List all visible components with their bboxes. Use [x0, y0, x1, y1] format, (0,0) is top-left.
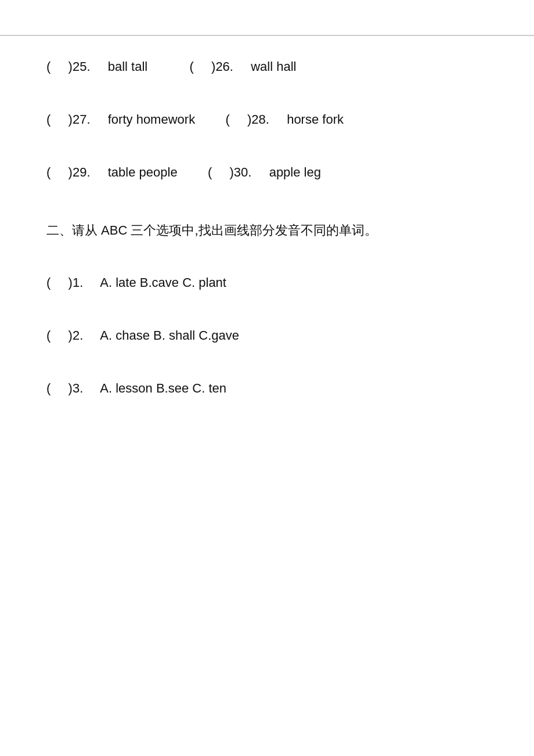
question-3: ( )3. A. lesson B.see C. ten — [46, 380, 488, 398]
paren-29-open: ( — [46, 165, 50, 179]
question-28-words: horse fork — [287, 112, 344, 127]
question-1-num: )1. — [68, 275, 84, 290]
paren-28-open: ( — [225, 112, 229, 127]
paren-26-open: ( — [189, 59, 193, 74]
question-26-text: )26. — [211, 59, 233, 74]
question-3-options: A. lesson B.see C. ten — [100, 381, 226, 395]
paren-1-open: ( — [46, 275, 50, 290]
question-2-num: )2. — [68, 328, 84, 343]
paren-3-open: ( — [46, 381, 50, 395]
paren-25-open: ( — [46, 59, 50, 74]
question-25-words: ball tall — [108, 59, 147, 74]
question-2: ( )2. A. chase B. shall C.gave — [46, 327, 488, 345]
question-29-text: )29. — [68, 165, 91, 179]
question-25-26: ( )25. ball tall ( )26. wall hall — [46, 58, 488, 76]
question-25-text: )25. — [68, 59, 91, 74]
question-30-text: )30. — [229, 165, 251, 179]
section2-title: 二、请从 ABC 三个选项中,找出画线部分发音不同的单词。 — [46, 222, 488, 239]
paren-30-open: ( — [208, 165, 212, 179]
question-26-words: wall hall — [251, 59, 296, 74]
question-29-30: ( )29. table people ( )30. apple leg — [46, 164, 488, 182]
question-3-num: )3. — [68, 381, 84, 395]
question-30-words: apple leg — [269, 165, 321, 179]
top-divider — [0, 35, 534, 36]
paren-2-open: ( — [46, 328, 50, 343]
question-1: ( )1. A. late B.cave C. plant — [46, 274, 488, 292]
question-28-text: )28. — [247, 112, 269, 127]
question-27-words: forty homework — [108, 112, 195, 127]
question-2-options: A. chase B. shall C.gave — [100, 328, 239, 343]
paren-27-open: ( — [46, 112, 50, 127]
question-1-options: A. late B.cave C. plant — [100, 275, 226, 290]
question-27-text: )27. — [68, 112, 91, 127]
question-27-28: ( )27. forty homework ( )28. horse fork — [46, 111, 488, 129]
question-29-words: table people — [108, 165, 178, 179]
